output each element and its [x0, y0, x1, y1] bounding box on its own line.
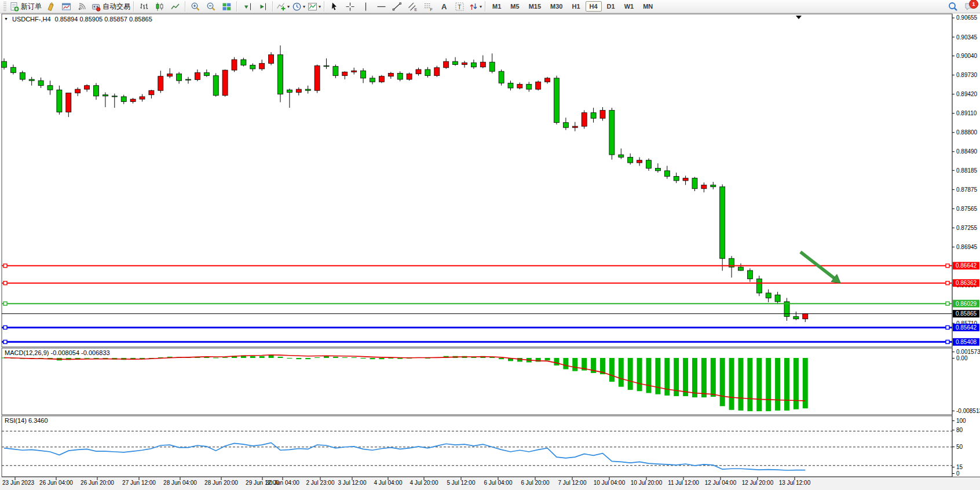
- trendline-button[interactable]: [389, 1, 405, 13]
- candle-body: [361, 71, 366, 78]
- time-label: 2 Jul 23:00: [306, 480, 335, 486]
- arrows-button[interactable]: ▾: [467, 1, 483, 13]
- price-tick-label: 0.89730: [956, 72, 978, 78]
- macd-histogram-bar: [499, 358, 504, 359]
- symbol-period-label: USDCHF-,H4: [12, 16, 51, 23]
- periods-button[interactable]: ▾: [291, 1, 306, 13]
- candle-body: [720, 187, 725, 259]
- styler-button[interactable]: [43, 1, 58, 13]
- candle-body: [434, 68, 440, 76]
- chart-area[interactable]: ▼ USDCHF-,H4 0.85894 0.85905 0.85857 0.8…: [0, 13, 980, 490]
- price-tick-label: 0.88490: [956, 148, 978, 155]
- macd-histogram-bar: [213, 357, 218, 358]
- macd-scale-label: -0.008513: [956, 408, 980, 414]
- toolbar-gripper: [3, 2, 6, 11]
- line-handle[interactable]: [3, 281, 7, 285]
- line-handle[interactable]: [946, 340, 949, 343]
- line-handle[interactable]: [946, 264, 949, 268]
- text-label-button[interactable]: T: [452, 1, 467, 13]
- crosshair-button[interactable]: [342, 1, 358, 13]
- algo-trading-button[interactable]: 自动交易: [90, 1, 131, 13]
- macd-histogram-bar: [729, 358, 734, 410]
- auto-scroll-button[interactable]: [239, 1, 255, 13]
- chevron-down-icon[interactable]: ▼: [4, 17, 8, 21]
- macd-scale-label: 0.00: [956, 355, 968, 361]
- time-label: 7 Jul 12:00: [558, 480, 587, 486]
- rsi-indicator-label: RSI(14) 6.3460: [5, 417, 48, 424]
- zoom-out-button[interactable]: [203, 1, 219, 13]
- toolbar-separator: [324, 1, 325, 12]
- time-label: 5 Jul 12:00: [447, 480, 476, 486]
- timeframe-h1-button[interactable]: H1: [568, 1, 584, 12]
- zoom-in-button[interactable]: [188, 1, 203, 13]
- line-handle[interactable]: [3, 264, 7, 268]
- chart-symbol-info[interactable]: ▼ USDCHF-,H4 0.85894 0.85905 0.85857 0.8…: [4, 16, 152, 23]
- new-order-button[interactable]: 新订单: [8, 1, 43, 13]
- macd-histogram-bar: [361, 358, 366, 359]
- market-watch-button[interactable]: [58, 1, 74, 13]
- search-button[interactable]: [946, 1, 959, 13]
- candle-body: [462, 63, 467, 64]
- fibonacci-retracement-button[interactable]: F: [420, 1, 436, 13]
- candle-body: [324, 66, 329, 67]
- time-label: 27 Jun 12:00: [122, 480, 156, 486]
- styler-icon: [46, 2, 56, 12]
- templates-caret-icon[interactable]: ▾: [319, 4, 321, 9]
- timeframe-m30-button[interactable]: M30: [546, 1, 566, 12]
- line-handle[interactable]: [3, 326, 7, 329]
- time-label: 11 Jul 12:00: [668, 480, 699, 486]
- tile-windows-icon: [222, 2, 232, 12]
- timeframe-w1-button[interactable]: W1: [620, 1, 638, 12]
- time-label: 6 Jul 04:00: [484, 480, 513, 486]
- signals-button[interactable]: [74, 1, 90, 13]
- candlestick-chart-button[interactable]: [152, 1, 167, 13]
- candle-body: [315, 66, 320, 91]
- indicators-caret-icon[interactable]: ▾: [287, 4, 290, 9]
- timeframe-h4-button[interactable]: H4: [586, 1, 602, 12]
- new-order-label: 新订单: [21, 2, 42, 12]
- equidistant-channel-icon: E: [408, 2, 418, 12]
- tile-windows-button[interactable]: [219, 1, 235, 13]
- line-chart-button[interactable]: [167, 1, 183, 13]
- indicators-button[interactable]: ▾: [275, 1, 291, 13]
- timeframe-mn-button[interactable]: MN: [639, 1, 657, 12]
- line-handle[interactable]: [3, 302, 7, 305]
- vertical-line-button[interactable]: [358, 1, 374, 13]
- periods-caret-icon[interactable]: ▾: [303, 4, 305, 9]
- candle-body: [554, 78, 560, 123]
- notifications-button[interactable]: 1: [963, 1, 975, 13]
- time-label: 12 Jul 20:00: [742, 480, 774, 486]
- svg-text:T: T: [458, 3, 461, 10]
- chart-canvas[interactable]: 0.906550.903450.900400.897300.894200.891…: [0, 13, 980, 490]
- templates-button[interactable]: ▾: [306, 1, 322, 13]
- timeframe-m5-button[interactable]: M5: [506, 1, 523, 12]
- candle-body: [38, 81, 43, 86]
- candle-body: [278, 54, 283, 94]
- line-handle[interactable]: [946, 281, 949, 285]
- level-price-label: 0.86362: [956, 280, 977, 286]
- periods-icon: [292, 2, 302, 12]
- horizontal-line-button[interactable]: [374, 1, 389, 13]
- bar-chart-button[interactable]: [136, 1, 152, 13]
- macd-scale-label: 0.001573: [956, 349, 980, 355]
- line-handle[interactable]: [946, 326, 949, 329]
- candle-body: [130, 99, 136, 101]
- time-label: 28 Jun 20:00: [204, 480, 238, 486]
- candle-body: [766, 293, 771, 298]
- timeframe-m15-button[interactable]: M15: [525, 1, 545, 12]
- cursor-button[interactable]: [327, 1, 342, 13]
- price-pane[interactable]: [2, 14, 952, 347]
- chart-shift-button[interactable]: [255, 1, 270, 13]
- equidistant-channel-button[interactable]: E: [405, 1, 420, 13]
- zoom-out-icon: [206, 2, 216, 12]
- line-handle[interactable]: [3, 340, 7, 343]
- timeframe-m1-button[interactable]: M1: [488, 1, 505, 12]
- arrows-caret-icon[interactable]: ▾: [480, 4, 482, 9]
- timeframe-d1-button[interactable]: D1: [603, 1, 619, 12]
- toolbar-separator: [133, 1, 134, 12]
- rsi-pane[interactable]: [2, 416, 952, 477]
- candle-body: [2, 61, 7, 67]
- line-handle[interactable]: [946, 302, 949, 305]
- candle-body: [582, 113, 587, 126]
- text-button[interactable]: A: [436, 1, 452, 13]
